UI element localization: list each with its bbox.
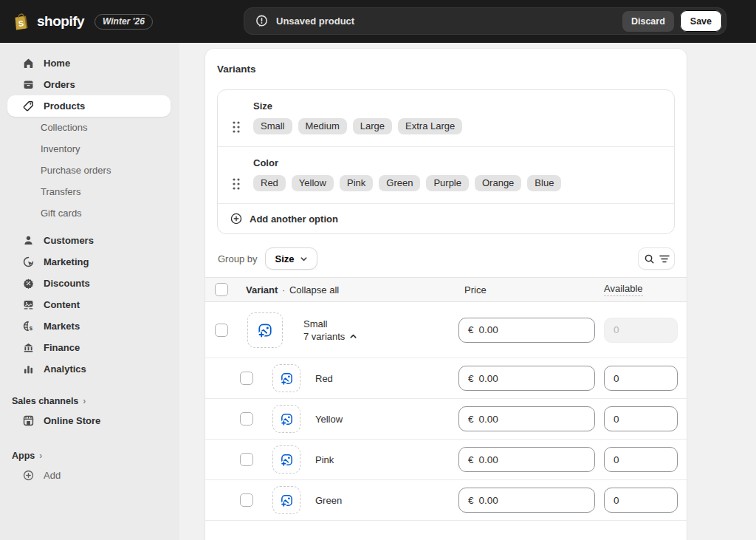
plus-circle-icon <box>22 469 35 482</box>
available-value: 0 <box>614 324 619 335</box>
option-value-pill: Purple <box>426 175 469 191</box>
save-button[interactable]: Save <box>680 10 722 32</box>
variants-table: Variant · Collapse all Price Available S… <box>205 277 687 521</box>
variant-name: Pink <box>315 454 334 465</box>
sidebar-item-customers[interactable]: Customers <box>7 230 171 251</box>
sidebar-item-collections[interactable]: Collections <box>7 117 171 138</box>
option-value-pill: Green <box>379 175 420 191</box>
price-input[interactable]: € 0.00 <box>458 366 595 391</box>
table-header-row: Variant · Collapse all Price Available <box>205 277 687 302</box>
main-content: Variants Size Small Medium Large Extra L… <box>179 43 756 540</box>
sidebar-item-orders[interactable]: Orders <box>7 74 171 95</box>
variant-count-toggle[interactable]: 7 variants <box>303 331 357 342</box>
option-row-color[interactable]: Color Red Yellow Pink Green Purple Orang… <box>218 146 674 203</box>
variant-group-row[interactable]: Small 7 variants € 0.00 0 <box>205 302 687 358</box>
add-another-option-button[interactable]: Add another option <box>218 203 674 233</box>
available-input[interactable]: 0 <box>604 447 678 472</box>
sidebar-label: Analytics <box>44 363 86 375</box>
variant-row[interactable]: Yellow € 0.00 0 <box>205 399 687 440</box>
option-value-pill: Blue <box>527 175 561 191</box>
available-input[interactable]: 0 <box>604 406 678 431</box>
storefront-icon <box>22 414 35 427</box>
variant-row[interactable]: Pink € 0.00 0 <box>205 440 687 480</box>
sidebar-label: Markets <box>44 321 80 332</box>
option-name: Size <box>253 100 462 112</box>
currency-prefix: € <box>468 324 474 335</box>
sidebar-section-apps[interactable]: Apps › <box>0 447 179 465</box>
collapse-all-link[interactable]: Collapse all <box>289 284 339 295</box>
marketing-icon <box>22 256 35 268</box>
add-media-placeholder[interactable] <box>272 405 300 433</box>
price-column-header: Price <box>458 284 595 295</box>
sidebar-item-add-app[interactable]: Add <box>7 465 171 486</box>
group-by-selected-value: Size <box>275 253 294 264</box>
row-checkbox[interactable] <box>240 372 253 385</box>
available-input[interactable]: 0 <box>604 488 678 513</box>
sidebar-label: Discounts <box>44 278 90 289</box>
tag-icon <box>22 100 35 112</box>
sidebar-label: Products <box>44 100 85 112</box>
row-checkbox[interactable] <box>240 493 253 507</box>
price-input[interactable]: € 0.00 <box>458 488 595 513</box>
sidebar-item-discounts[interactable]: Discounts <box>7 273 171 294</box>
sidebar-item-transfers[interactable]: Transfers <box>7 181 171 202</box>
variant-row[interactable]: Red € 0.00 0 <box>205 358 687 399</box>
add-media-placeholder[interactable] <box>272 486 300 514</box>
add-image-icon <box>257 322 273 338</box>
sidebar-item-analytics[interactable]: Analytics <box>7 358 171 380</box>
price-input[interactable]: € 0.00 <box>458 406 595 431</box>
row-checkbox[interactable] <box>215 324 228 337</box>
drag-handle-icon[interactable] <box>231 177 241 191</box>
sidebar-item-content[interactable]: Content <box>7 294 171 315</box>
group-by-select[interactable]: Size <box>265 247 317 270</box>
add-media-placeholder[interactable] <box>272 364 300 392</box>
variant-column-header: Variant · Collapse all <box>237 284 450 295</box>
search-filter-button[interactable] <box>638 247 675 270</box>
alert-icon <box>255 14 269 28</box>
table-toolbar: Group by Size <box>218 247 675 270</box>
select-all-checkbox[interactable] <box>215 283 228 296</box>
option-value-pill: Yellow <box>292 175 334 191</box>
option-value-pill: Orange <box>475 175 521 191</box>
shopify-logo[interactable]: S shopify Winter '26 <box>0 12 153 31</box>
row-checkbox[interactable] <box>240 453 253 466</box>
price-input[interactable]: € 0.00 <box>458 447 595 472</box>
sidebar-item-inventory[interactable]: Inventory <box>7 138 171 160</box>
sidebar-item-online-store[interactable]: Online Store <box>7 410 171 431</box>
option-value-pill: Medium <box>298 118 347 134</box>
edition-badge[interactable]: Winter '26 <box>94 14 153 30</box>
price-input[interactable]: € 0.00 <box>458 318 595 343</box>
option-value-pill: Red <box>253 175 286 191</box>
variant-name: Yellow <box>315 414 343 425</box>
bar-chart-icon <box>22 363 35 375</box>
sidebar-item-marketing[interactable]: Marketing <box>7 251 171 273</box>
add-media-placeholder[interactable] <box>247 312 283 348</box>
add-image-icon <box>280 453 294 467</box>
sidebar-item-markets[interactable]: $ Markets <box>7 315 171 337</box>
add-media-placeholder[interactable] <box>272 445 300 474</box>
row-checkbox[interactable] <box>240 412 253 425</box>
available-column-header[interactable]: Available <box>604 283 643 296</box>
sidebar-section-sales-channels[interactable]: Sales channels › <box>0 392 179 410</box>
home-icon <box>22 57 35 69</box>
variant-group-name: Small <box>303 318 357 329</box>
drag-handle-icon[interactable] <box>231 120 241 134</box>
sidebar-item-gift-cards[interactable]: Gift cards <box>7 202 171 224</box>
unsaved-status: Unsaved product <box>276 16 354 27</box>
sidebar: Home Orders Products Collections Invento… <box>0 43 179 540</box>
available-input[interactable]: 0 <box>604 366 678 391</box>
sidebar-item-products[interactable]: Products <box>7 95 171 117</box>
orders-icon <box>22 78 35 91</box>
sidebar-item-finance[interactable]: Finance <box>7 337 171 358</box>
variant-row[interactable]: Green € 0.00 0 <box>205 480 687 521</box>
sidebar-item-purchase-orders[interactable]: Purchase orders <box>7 160 171 181</box>
sidebar-label: Online Store <box>44 415 100 426</box>
add-another-option-label: Add another option <box>250 213 338 225</box>
shopify-bag-icon: S <box>12 12 31 31</box>
filter-icon <box>659 254 670 264</box>
variants-card-title: Variants <box>205 49 687 76</box>
option-row-size[interactable]: Size Small Medium Large Extra Large <box>218 90 674 146</box>
sidebar-item-home[interactable]: Home <box>7 52 171 74</box>
discard-button[interactable]: Discard <box>622 11 674 32</box>
section-label: Apps <box>12 451 35 461</box>
